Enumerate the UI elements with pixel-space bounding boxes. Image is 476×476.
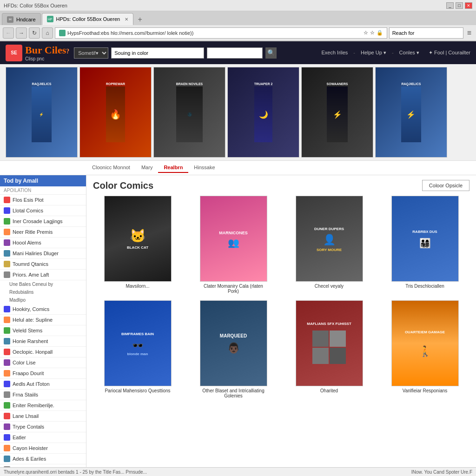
tab-hpds[interactable]: HP HPDs: Collor 55Box Oueren ✕ [42, 13, 134, 25]
cayon-icon [4, 445, 10, 451]
lane-icon [4, 413, 10, 419]
sidebar-item-cayon[interactable]: Cayon Heoister [0, 443, 86, 454]
sidebar-item-veleld[interactable]: Veleld Stems [0, 325, 86, 336]
sidebar-label-fraapo: Fraapo Dourit [13, 370, 44, 376]
featured-comic-1[interactable]: RAQJIELICS ⚡ [6, 67, 78, 158]
browser-search-bar[interactable]: Reach for [389, 27, 463, 39]
featured-comic-6[interactable]: RAQJIELICS ⚡ [375, 67, 447, 158]
window-controls: _ □ ✕ [446, 2, 472, 9]
sidebar-item-priors[interactable]: Priors. Ame Laft [0, 270, 86, 280]
featured-comic-3[interactable]: BRAEN NOVILES 🌑 [153, 67, 225, 158]
sidebar-item-hoool[interactable]: Hoool Alems [0, 238, 86, 248]
featured-comic-2[interactable]: ROPREWAR 🔥 [79, 67, 152, 158]
fool-link[interactable]: ✦ Fool | Courailter [429, 50, 470, 55]
home-button[interactable]: ⌂ [42, 27, 53, 39]
sidebar-sub-madlipo[interactable]: Madlipo [0, 296, 86, 304]
bookmark-icon[interactable]: ☆ [364, 30, 368, 36]
search-input[interactable] [111, 47, 204, 59]
refresh-button[interactable]: ↻ [29, 27, 40, 39]
header-nav-exech[interactable]: Exech Iriles [321, 50, 348, 56]
sidebar-item-flos[interactable]: Flos Esis Plot [0, 195, 86, 205]
back-button[interactable]: ← [3, 27, 14, 39]
comic-title-other: Other Blaset and Intricalliating Golenie… [200, 388, 267, 398]
comic-item-tris[interactable]: RABRBX DUS 👨‍👩‍👧‍👦 Tris Deschlociallen [380, 196, 469, 294]
content-area: Color Comics Coloor Opsicle 🐱 BLACK CAT … [86, 175, 476, 467]
filter-tab-hinssake[interactable]: Hinssake [188, 163, 220, 173]
status-left: Thunelyre.quranihentl.orri bentads 1 - 2… [4, 469, 147, 475]
sidebar-item-honie[interactable]: Honie Rarshent [0, 336, 86, 347]
sidebar-item-helul[interactable]: Helul ate: Supline [0, 315, 86, 325]
cover-img-tris: RABRBX DUS 👨‍👩‍👧‍👦 [392, 196, 458, 281]
url-bar[interactable]: HypsFroothad:ebs hlo://mers.com//burmior… [55, 27, 387, 39]
lock-icon: 🔒 [377, 30, 383, 36]
sidebar-item-hookiry[interactable]: Hookiry, Comics [0, 304, 86, 315]
comic-cover-other: MARQUEED 👨🏿 [200, 300, 267, 386]
header-nav: Exech Iriles - Helpe Up ▾ - Conles ▾ [321, 50, 419, 56]
search-input2[interactable] [207, 47, 263, 59]
sidebar-item-aedls[interactable]: Aedls Aut IToton [0, 379, 86, 390]
filter-tab-realbrn[interactable]: Realbrn [158, 163, 188, 173]
forward-button[interactable]: → [16, 27, 27, 39]
sidebar-item-frna[interactable]: Frna Staiils [0, 390, 86, 400]
sidebar-label-helul: Helul ate: Supline [13, 317, 53, 323]
sidebar-label-hookiry: Hookiry, Comics [13, 306, 49, 312]
featured-comic-5[interactable]: SOWAANERS ⚡ [301, 67, 373, 158]
sidebar-item-eatler[interactable]: Eatler [0, 432, 86, 443]
comic-item-oharited[interactable]: MAFLIANS SFX FUHISST Oharited [284, 300, 374, 398]
eatler-icon [4, 434, 10, 441]
url-text: HypsFroothad:ebs hlo://mers.com//burmior… [67, 30, 362, 36]
sidebar-item-trype[interactable]: Trype Contals [0, 422, 86, 432]
sidebar-item-ades[interactable]: Ades & Eariles [0, 454, 86, 464]
sidebar-item-eniter[interactable]: Eniter Remiberilje. [0, 400, 86, 411]
maximize-button[interactable]: □ [456, 2, 463, 9]
sidebar-item-iner[interactable]: Iner Crosade Lagjings [0, 216, 86, 227]
comic-item-mavsilorn[interactable]: 🐱 BLACK CAT Mavsilorn... [93, 196, 182, 294]
mani-icon [4, 250, 10, 257]
header-nav-helpe[interactable]: Helpe Up ▾ [361, 50, 386, 56]
sidebar-sub-redub[interactable]: Redubialins [0, 288, 86, 296]
menu-button[interactable]: ≡ [465, 29, 473, 37]
bookmark2-icon[interactable]: ☆ [370, 30, 375, 36]
hoool-icon [4, 239, 10, 246]
tab-close-hpds[interactable]: ✕ [125, 17, 128, 22]
sidebar-label-eatler: Eatler [13, 435, 26, 440]
sidebar-item-toumrd[interactable]: Toumrd Qtanics [0, 259, 86, 270]
color-lise-icon [4, 359, 10, 366]
comic-item-clater[interactable]: MARNICONES 👥 Clater Momaniry Cala (rlate… [189, 196, 278, 294]
comic-item-vanlfieiar[interactable]: OUARTEIEM GAMAGE 🚶 Vanlfieiar Responians [380, 300, 469, 398]
sidebar-item-neer[interactable]: Neer Ritle Premis [0, 227, 86, 238]
sidebar-item-lane[interactable]: Lane Lhsail [0, 411, 86, 422]
llotal-icon [4, 207, 10, 214]
header-right-links: ✦ Fool | Courailter [429, 50, 470, 56]
header-nav-sep2: - [392, 50, 394, 56]
close-button[interactable]: ✕ [465, 2, 472, 9]
browser-chrome: HFDs: Collor 55Box Oueren _ □ ✕ H Hndcar… [0, 0, 476, 41]
sidebar-item-color-lise[interactable]: Color Lise [0, 357, 86, 368]
new-tab-button[interactable]: + [134, 14, 145, 25]
sidebar-item-oeclopic[interactable]: Oeclopic. Honpall [0, 347, 86, 357]
comic-item-pariocal[interactable]: BIMFRAMES BAIN 🕶️ blonde man Pariocal Ma… [93, 300, 182, 398]
helul-icon [4, 317, 10, 323]
filter-tab-mary[interactable]: Mary [136, 163, 158, 173]
minimize-button[interactable]: _ [446, 2, 454, 9]
sidebar-item-llotal[interactable]: Llotal Comics [0, 205, 86, 216]
cover-img-other: MARQUEED 👨🏿 [200, 301, 267, 386]
tab-hndcare[interactable]: H Hndcare [2, 13, 41, 25]
sidebar-item-mani[interactable]: Mani Haliries Dluger [0, 248, 86, 259]
filter-tab-cloonicc[interactable]: Cloonicc Monnot [86, 163, 136, 173]
comic-item-checel[interactable]: DUNER DUPERS 👤 SORY MOURE Checel veyaly [284, 196, 374, 294]
tab-label-hpds: HPDs: Collor 55Box Oueren [56, 16, 120, 22]
header-nav-conles[interactable]: Conles ▾ [399, 50, 419, 56]
trype-icon [4, 423, 10, 430]
featured-comic-4[interactable]: TRUAPER 2 🌙 [227, 67, 299, 158]
tab-bar: H Hndcare HP HPDs: Collor 55Box Oueren ✕… [0, 11, 476, 25]
color-options-button[interactable]: Coloor Opsicle [422, 180, 469, 191]
sidebar-label-oeclopic: Oeclopic. Honpall [13, 349, 53, 355]
search-button[interactable]: 🔍 [265, 47, 277, 59]
sidebar-sub-une[interactable]: Une Bales Ceneui by [0, 280, 86, 288]
sidebar-item-fraapo[interactable]: Fraapo Dourit [0, 368, 86, 379]
comic-item-other[interactable]: MARQUEED 👨🏿 Other Blaset and Intricallia… [189, 300, 278, 398]
search-category-dropdown[interactable]: Sometif▾ [74, 47, 108, 59]
cover-img-clater: MARNICONES 👥 [200, 196, 267, 281]
sidebar: Tod by Amall apoilation Flos Esis Plot L… [0, 175, 86, 467]
